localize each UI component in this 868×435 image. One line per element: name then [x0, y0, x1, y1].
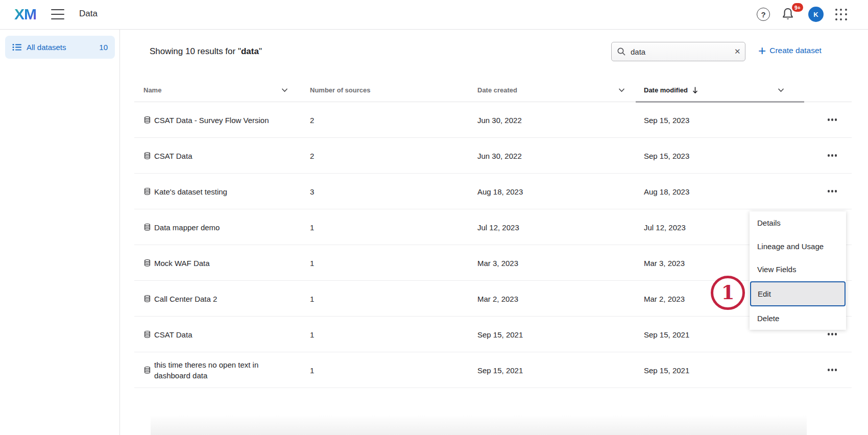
dataset-name[interactable]: this time theres no open text in dashboa… [154, 359, 269, 381]
dataset-name[interactable]: CSAT Data [154, 150, 192, 161]
avatar[interactable]: K [808, 7, 824, 22]
results-term: data [241, 46, 259, 56]
menu-item-delete[interactable]: Delete [750, 306, 846, 330]
search-icon [617, 47, 626, 56]
sidebar: All datasets 10 [0, 30, 120, 435]
page-title: Data [79, 9, 98, 19]
dataset-sources: 1 [310, 330, 314, 339]
dataset-date-created: Jul 12, 2023 [477, 223, 519, 231]
results-prefix: Showing 10 results for [150, 46, 238, 56]
dataset-name[interactable]: CSAT Data [154, 329, 192, 340]
table-row[interactable]: Mock WAF Data 1 Mar 3, 2023 Mar 3, 2023 [134, 245, 852, 281]
table-row[interactable]: this time theres no open text in dashboa… [134, 352, 852, 388]
dataset-name[interactable]: Kate's dataset testing [154, 186, 227, 197]
column-header-name[interactable]: Name [143, 86, 288, 94]
main-content: Showing 10 results for "data" ✕ + Create… [120, 30, 868, 435]
table-header: Name Number of sources Date created Date… [134, 82, 852, 102]
table-row[interactable]: Kate's dataset testing 3 Aug 18, 2023 Au… [134, 174, 852, 209]
dataset-date-modified: Aug 18, 2023 [644, 187, 689, 196]
sidebar-item-count: 10 [99, 43, 108, 52]
table-row[interactable]: CSAT Data 1 Sep 15, 2021 Sep 15, 2021 [134, 317, 852, 352]
menu-item-lineage-and-usage[interactable]: Lineage and Usage [750, 235, 846, 258]
table-row[interactable]: CSAT Data 2 Jun 30, 2022 Sep 15, 2023 [134, 138, 852, 174]
column-header-date-modified[interactable]: Date modified [644, 86, 784, 94]
dataset-sources: 1 [310, 258, 314, 267]
results-summary: Showing 10 results for "data" [150, 46, 262, 57]
notifications-button[interactable]: 9+ [780, 6, 799, 25]
row-actions-button[interactable] [825, 329, 840, 340]
menu-item-edit[interactable]: Edit [750, 281, 846, 307]
database-icon [143, 115, 151, 124]
annotation-circle-1: 1 [711, 276, 745, 310]
dataset-date-created: Jun 30, 2022 [477, 115, 522, 124]
top-bar: XM Data ? 9+ K [0, 0, 868, 30]
bottom-shadow [151, 415, 807, 435]
dataset-table: CSAT Data - Survey Flow Version 2 Jun 30… [134, 102, 852, 388]
xm-logo[interactable]: XM [14, 6, 36, 23]
page: XM Data ? 9+ K All dat [0, 0, 868, 435]
dataset-date-created: Jun 30, 2022 [477, 151, 522, 160]
notification-badge: 9+ [792, 3, 803, 12]
dataset-date-created: Sep 15, 2021 [477, 330, 523, 339]
chevron-down-icon[interactable] [778, 88, 784, 92]
dataset-name[interactable]: Data mapper demo [154, 222, 220, 232]
dataset-name[interactable]: Mock WAF Data [154, 257, 210, 268]
table-row[interactable]: CSAT Data - Survey Flow Version 2 Jun 30… [134, 102, 852, 138]
results-quote-close: " [259, 46, 262, 56]
dataset-date-modified: Mar 2, 2023 [644, 294, 685, 303]
database-icon [143, 151, 151, 160]
dataset-date-created: Mar 2, 2023 [477, 294, 518, 303]
create-dataset-label: Create dataset [769, 46, 822, 55]
dataset-date-modified: Jul 12, 2023 [644, 223, 686, 231]
database-icon [143, 294, 151, 303]
column-header-date-created[interactable]: Date created [477, 86, 625, 94]
dataset-date-created: Mar 3, 2023 [477, 258, 518, 267]
menu-item-details[interactable]: Details [750, 211, 846, 235]
database-icon [143, 366, 151, 374]
dataset-sources: 2 [310, 151, 314, 160]
dataset-date-modified: Sep 15, 2021 [644, 366, 689, 374]
dataset-date-modified: Sep 15, 2023 [644, 151, 689, 160]
column-header-sources[interactable]: Number of sources [310, 86, 370, 94]
dataset-sources: 1 [310, 294, 314, 303]
dataset-sources: 3 [310, 187, 314, 196]
clear-search-icon[interactable]: ✕ [732, 46, 743, 57]
menu-item-view-fields[interactable]: View Fields [750, 258, 846, 281]
sidebar-item-label: All datasets [27, 43, 66, 52]
chevron-down-icon[interactable] [618, 88, 625, 92]
dataset-sources: 1 [310, 366, 314, 374]
database-icon [143, 223, 151, 231]
dataset-name[interactable]: CSAT Data - Survey Flow Version [154, 114, 269, 125]
sidebar-item-all-datasets[interactable]: All datasets 10 [5, 36, 115, 59]
row-actions-button[interactable] [825, 365, 840, 376]
database-icon [143, 258, 151, 267]
dataset-name[interactable]: Call Center Data 2 [154, 293, 217, 304]
row-actions-button[interactable] [825, 114, 840, 126]
dataset-date-modified: Sep 15, 2021 [644, 330, 689, 339]
dataset-date-created: Aug 18, 2023 [477, 187, 523, 196]
list-icon [12, 43, 21, 51]
row-actions-button[interactable] [825, 186, 840, 197]
help-icon[interactable]: ? [757, 8, 770, 21]
dataset-date-modified: Sep 15, 2023 [644, 115, 689, 124]
create-dataset-button[interactable]: + Create dataset [758, 45, 822, 56]
dataset-date-modified: Mar 3, 2023 [644, 258, 685, 267]
search-box: ✕ [611, 42, 745, 61]
database-icon [143, 187, 151, 196]
plus-icon: + [758, 45, 766, 56]
chevron-down-icon[interactable] [281, 88, 288, 92]
table-row[interactable]: Data mapper demo 1 Jul 12, 2023 Jul 12, … [134, 209, 852, 245]
row-actions-button[interactable] [825, 150, 840, 161]
dataset-date-created: Sep 15, 2021 [477, 366, 523, 374]
dataset-sources: 1 [310, 223, 314, 231]
search-input[interactable] [631, 47, 732, 56]
dataset-sources: 2 [310, 115, 314, 124]
sort-descending-icon[interactable] [692, 86, 698, 94]
row-context-menu: Details Lineage and Usage View Fields Ed… [750, 211, 846, 330]
database-icon [143, 330, 151, 339]
hamburger-menu-icon[interactable] [51, 9, 64, 19]
annotation-number: 1 [721, 283, 735, 302]
apps-grid-icon[interactable] [834, 8, 849, 22]
table-row[interactable]: Call Center Data 2 1 Mar 2, 2023 Mar 2, … [134, 281, 852, 317]
